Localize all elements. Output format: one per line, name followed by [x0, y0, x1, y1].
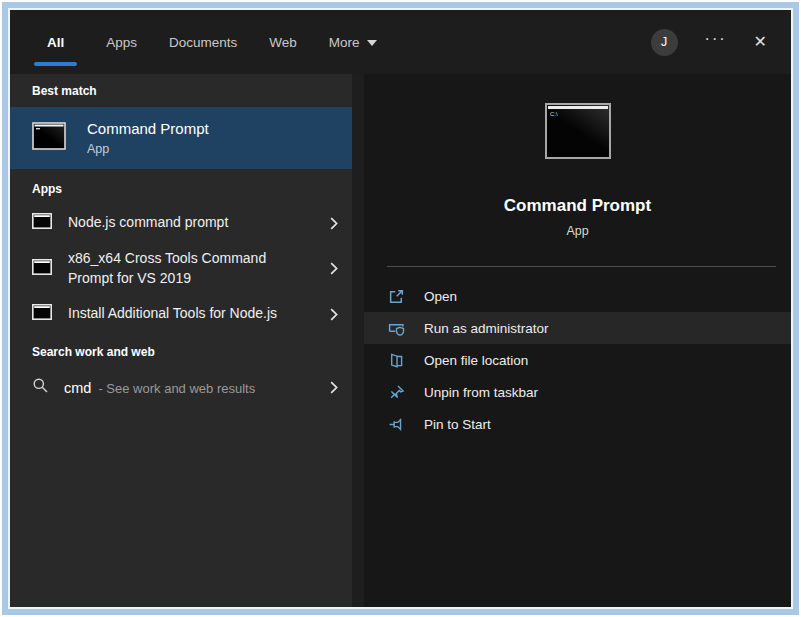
app-result-x86-x64-cross-tools[interactable]: x86_x64 Cross Tools Command Prompt for V… — [10, 241, 352, 296]
tab-more-label: More — [329, 35, 360, 50]
web-search-result-cmd[interactable]: cmd - See work and web results — [10, 368, 352, 407]
preview-divider — [387, 266, 776, 267]
results-list-panel: Best match Command Pr — [10, 74, 352, 607]
action-label: Run as administrator — [424, 321, 549, 336]
search-query: cmd — [64, 380, 91, 396]
terminal-icon — [32, 213, 52, 233]
chevron-down-icon — [367, 39, 377, 46]
shield-admin-icon — [388, 320, 405, 337]
best-match-text: Command Prompt App — [87, 120, 209, 156]
action-open[interactable]: Open — [364, 280, 791, 312]
unpin-icon — [388, 384, 405, 401]
chevron-right-icon — [330, 381, 338, 394]
action-open-file-location[interactable]: Open file location — [364, 344, 791, 376]
tab-web[interactable]: Web — [266, 10, 300, 74]
action-run-as-administrator[interactable]: Run as administrator — [364, 312, 791, 344]
open-icon — [388, 288, 405, 305]
context-actions: Open Run as administrator — [364, 280, 791, 440]
terminal-icon — [32, 304, 52, 324]
app-result-label: Node.js command prompt — [68, 213, 286, 233]
action-label: Pin to Start — [424, 417, 491, 432]
tab-more[interactable]: More — [326, 10, 380, 74]
file-location-icon — [388, 352, 405, 369]
action-pin-to-start[interactable]: Pin to Start — [364, 408, 791, 440]
preview-app-title: Command Prompt — [504, 196, 651, 216]
action-unpin-from-taskbar[interactable]: Unpin from taskbar — [364, 376, 791, 408]
best-match-title: Command Prompt — [87, 120, 209, 137]
best-match-header: Best match — [10, 74, 352, 107]
tab-all[interactable]: All — [34, 10, 77, 74]
tab-apps-label: Apps — [106, 35, 137, 50]
app-result-label: x86_x64 Cross Tools Command Prompt for V… — [68, 249, 286, 288]
tab-apps[interactable]: Apps — [103, 10, 140, 74]
search-filter-bar: All Apps Documents Web More J ··· — [10, 10, 791, 74]
action-label: Unpin from taskbar — [424, 385, 538, 400]
chevron-right-icon — [330, 262, 338, 275]
search-icon — [32, 377, 49, 398]
app-result-nodejs-command-prompt[interactable]: Node.js command prompt — [10, 205, 352, 241]
titlebar-controls: J ··· ✕ — [651, 29, 767, 56]
tab-documents-label: Documents — [169, 35, 237, 50]
search-work-web-header: Search work and web — [10, 332, 352, 368]
command-prompt-icon-large: C:\ — [545, 103, 611, 163]
tab-all-label: All — [47, 35, 64, 50]
terminal-icon — [32, 259, 52, 279]
action-label: Open file location — [424, 353, 528, 368]
chevron-right-icon — [330, 217, 338, 230]
filter-tabs: All Apps Documents Web More — [34, 10, 380, 74]
search-flyout-window: All Apps Documents Web More J ··· — [10, 10, 791, 607]
tab-web-label: Web — [269, 35, 297, 50]
search-results-area: Best match Command Pr — [10, 74, 791, 607]
user-avatar[interactable]: J — [651, 29, 678, 56]
search-hint: - See work and web results — [98, 381, 255, 396]
app-preview: C:\ Command Prompt App — [364, 74, 791, 238]
avatar-initial: J — [661, 35, 667, 49]
close-button[interactable]: ✕ — [754, 34, 767, 50]
best-match-result-command-prompt[interactable]: Command Prompt App — [10, 107, 352, 169]
app-result-install-additional-tools[interactable]: Install Additional Tools for Node.js — [10, 296, 352, 332]
apps-header: Apps — [10, 169, 352, 205]
preview-panel: C:\ Command Prompt App Open — [364, 74, 791, 607]
more-options-button[interactable]: ··· — [705, 31, 727, 53]
chevron-right-icon — [330, 308, 338, 321]
action-label: Open — [424, 289, 457, 304]
search-result-text: cmd - See work and web results — [64, 380, 282, 396]
svg-text:C:\: C:\ — [550, 111, 558, 117]
preview-app-subtitle: App — [566, 224, 588, 238]
app-result-label: Install Additional Tools for Node.js — [68, 304, 286, 324]
command-prompt-icon — [32, 122, 66, 154]
best-match-subtitle: App — [87, 142, 209, 156]
pin-icon — [388, 416, 405, 433]
tab-documents[interactable]: Documents — [166, 10, 240, 74]
